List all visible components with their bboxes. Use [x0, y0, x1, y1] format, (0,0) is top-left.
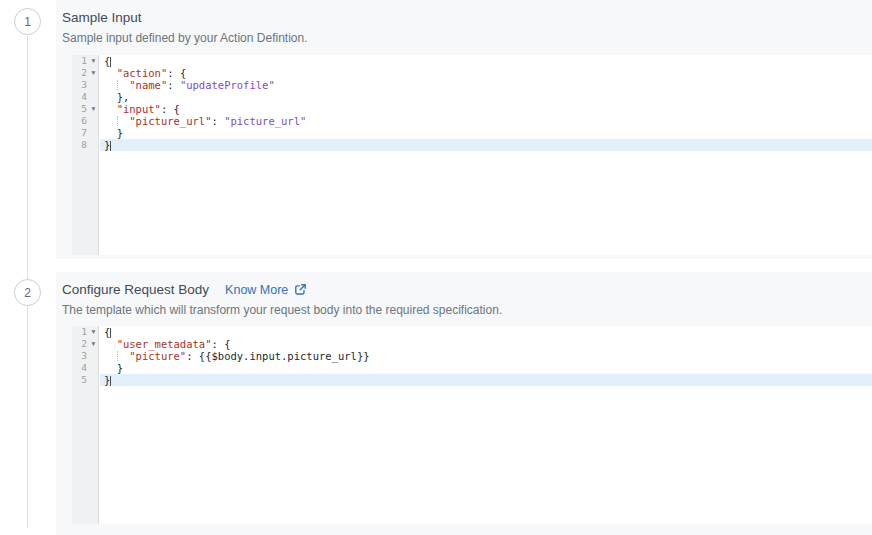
fold-spacer — [87, 374, 100, 386]
code-line-text: "name": "updateProfile" — [100, 79, 872, 91]
fold-spacer — [87, 91, 100, 103]
editor-line-8[interactable]: 8} — [72, 139, 872, 151]
fold-arrow-icon[interactable]: ▾ — [87, 55, 100, 67]
text-cursor — [110, 57, 111, 67]
request-body-header: Configure Request Body Know More The tem… — [56, 272, 872, 317]
line-number-cell: 1▾ — [72, 55, 100, 67]
editor-line-2[interactable]: 2▾ "user_metadata": { — [72, 338, 872, 350]
sample-input-subtitle: Sample input defined by your Action Defi… — [62, 31, 872, 45]
fold-arrow-icon[interactable]: ▾ — [87, 67, 100, 79]
text-cursor — [110, 328, 111, 338]
line-number-cell: 6 — [72, 115, 100, 127]
editor-line-6[interactable]: 6 "picture_url": "picture_url" — [72, 115, 872, 127]
editor-line-7[interactable]: 7 } — [72, 127, 872, 139]
fold-spacer — [87, 139, 100, 151]
request-body-section: Configure Request Body Know More The tem… — [56, 272, 872, 535]
editor-line-1[interactable]: 1▾{ — [72, 55, 872, 67]
editor-line-3[interactable]: 3 "picture": {{$body.input.picture_url}} — [72, 350, 872, 362]
line-number-cell: 4 — [72, 362, 100, 374]
know-more-label: Know More — [225, 283, 288, 297]
code-line-text: { — [100, 55, 872, 67]
indent-guide — [117, 116, 118, 126]
fold-arrow-icon[interactable]: ▾ — [87, 103, 100, 115]
editor-line-4[interactable]: 4 } — [72, 362, 872, 374]
request-body-editor[interactable]: 1▾{2▾ "user_metadata": {3 "picture": {{$… — [72, 326, 872, 524]
code-line-text: { — [100, 326, 872, 338]
editor-line-2[interactable]: 2▾ "action": { — [72, 67, 872, 79]
step-1-number: 1 — [24, 15, 31, 29]
line-number-cell: 5▾ — [72, 103, 100, 115]
code-line-text: } — [100, 127, 872, 139]
fold-arrow-icon[interactable]: ▾ — [87, 326, 100, 338]
line-number-cell: 2▾ — [72, 67, 100, 79]
fold-spacer — [87, 79, 100, 91]
sample-input-title: Sample Input — [62, 10, 142, 25]
line-number-cell: 2▾ — [72, 338, 100, 350]
line-number-cell: 1▾ — [72, 326, 100, 338]
code-line-text: "picture": {{$body.input.picture_url}} — [100, 350, 872, 362]
step-2-indicator: 2 — [14, 279, 41, 306]
editor-line-5[interactable]: 5▾ "input": { — [72, 103, 872, 115]
line-number-cell: 3 — [72, 350, 100, 362]
line-number-cell: 3 — [72, 79, 100, 91]
action-configuration-page: 1 2 Sample Input Sample input defined by… — [0, 0, 872, 535]
fold-arrow-icon[interactable]: ▾ — [87, 338, 100, 350]
indent-guide — [117, 351, 118, 361]
code-line-text: "input": { — [100, 103, 872, 115]
line-number-cell: 7 — [72, 127, 100, 139]
step-2-number: 2 — [24, 286, 31, 300]
code-line-text: "picture_url": "picture_url" — [100, 115, 872, 127]
fold-spacer — [87, 115, 100, 127]
fold-spacer — [87, 362, 100, 374]
line-number-cell: 8 — [72, 139, 100, 151]
request-body-subtitle: The template which will transform your r… — [62, 303, 872, 317]
editor-line-5[interactable]: 5} — [72, 374, 872, 386]
sample-input-section: Sample Input Sample input defined by you… — [56, 0, 872, 259]
editor-line-1[interactable]: 1▾{ — [72, 326, 872, 338]
editor-line-3[interactable]: 3 "name": "updateProfile" — [72, 79, 872, 91]
indent-guide — [117, 80, 118, 90]
line-number-cell: 5 — [72, 374, 100, 386]
sample-input-header: Sample Input Sample input defined by you… — [56, 0, 872, 45]
fold-spacer — [87, 350, 100, 362]
text-cursor — [110, 376, 111, 386]
request-body-title: Configure Request Body — [62, 282, 209, 297]
text-cursor — [110, 141, 111, 151]
external-link-icon — [294, 283, 307, 296]
line-number-cell: 4 — [72, 91, 100, 103]
code-line-text: } — [100, 374, 872, 386]
editor-line-4[interactable]: 4 }, — [72, 91, 872, 103]
step-1-indicator: 1 — [14, 8, 41, 35]
code-line-text: } — [100, 139, 872, 151]
code-line-text: "user_metadata": { — [100, 338, 872, 350]
sample-input-editor[interactable]: 1▾{2▾ "action": {3 "name": "updateProfil… — [72, 55, 872, 255]
fold-spacer — [87, 127, 100, 139]
code-line-text: } — [100, 362, 872, 374]
know-more-link[interactable]: Know More — [225, 283, 307, 297]
code-line-text: "action": { — [100, 67, 872, 79]
code-line-text: }, — [100, 91, 872, 103]
